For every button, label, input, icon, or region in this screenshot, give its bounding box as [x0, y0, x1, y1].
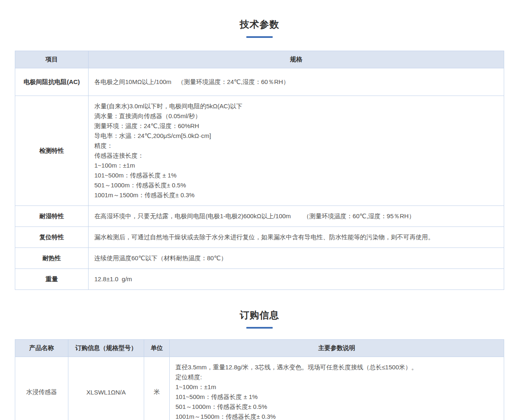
column-header-unit: 单位 — [144, 340, 170, 357]
table-row-detection: 检测特性 水量(自来水)3.0ml以下时，电极间电阻的5kΩ(AC)以下 滴水量… — [15, 96, 504, 206]
spec-line: 1~100m：±1m — [175, 382, 498, 392]
spec-line: 1~100m：±1m — [94, 161, 498, 170]
main-params-desc: 直径3.5mm，重量12.8g/米，3芯线，遇水变色。现场可任意长度接线（总长≤… — [170, 357, 504, 420]
spec-line: 1001m～1500m：传感器长度± 0.3% — [175, 412, 498, 420]
unit-value: 米 — [144, 357, 170, 420]
spec-line: 定位精度: — [175, 372, 498, 382]
column-header-model: 订购信息（规格型号） — [68, 340, 144, 357]
spec-line: 测量环境：温度：24℃,湿度：60%RH — [94, 121, 498, 131]
spec-line: 101~500m：传感器长度 ± 1% — [175, 392, 498, 402]
model-number: XLSWL1ΩN/A — [68, 357, 144, 420]
item-label: 耐湿特性 — [15, 206, 89, 227]
spec-line: 精度： — [94, 141, 498, 151]
spec-line: 501～1000m：传感器长度± 0.5% — [94, 180, 498, 190]
spec-line: 在高湿环境中，只要无结露，电极间电阻(电极1-电极2)600kΩ以上/100m … — [94, 211, 498, 221]
order-info-table: 产品名称 订购信息（规格型号） 单位 主要参数说明 水浸传感器 XLSWL1ΩN… — [15, 339, 504, 420]
spec-line: 1001m～1500m：传感器长度± 0.3% — [94, 190, 498, 200]
table-row-reset: 复位特性 漏水检测后，可通过自然地干燥状或去除于水分来进行复位，如果漏水中含有导… — [15, 227, 504, 248]
spec-value: 漏水检测后，可通过自然地干燥状或去除于水分来进行复位，如果漏水中含有导电性、防水… — [89, 227, 504, 248]
spec-line: 漏水检测后，可通过自然地干燥状或去除于水分来进行复位，如果漏水中含有导电性、防水… — [94, 232, 498, 242]
product-name: 水浸传感器 — [15, 357, 68, 420]
item-label: 重量 — [15, 269, 89, 290]
section-title-tech: 技术参数 — [15, 0, 504, 31]
item-label: 复位特性 — [15, 227, 89, 248]
product-spec-page: 技术参数 项目 规格 电极间阻抗电阻(AC) 各电极之间10MΩ以上/100m … — [0, 0, 519, 420]
column-header-spec: 规格 — [89, 51, 504, 68]
spec-value: 12.8±1.0 g/m — [89, 269, 504, 290]
spec-line: 各电极之间10MΩ以上/100m （测量环境温度：24℃,湿度：60％RH） — [94, 77, 498, 87]
spec-line: 滴水量：直接滴向传感器（0.05ml/秒） — [94, 111, 498, 121]
spec-line: 导电率：水温：24℃,200μS/cm[5.0kΩ·cm] — [94, 131, 498, 141]
order-info-section: 订购信息 产品名称 订购信息（规格型号） 单位 主要参数说明 水浸传 — [15, 290, 504, 420]
spec-line: 12.8±1.0 g/m — [94, 274, 498, 284]
spec-value: 水量(自来水)3.0ml以下时，电极间电阻的5kΩ(AC)以下 滴水量：直接滴向… — [89, 96, 504, 206]
item-label: 检测特性 — [15, 96, 89, 206]
column-header-item: 项目 — [15, 51, 89, 68]
table-row-electrode-resistance: 电极间阻抗电阻(AC) 各电极之间10MΩ以上/100m （测量环境温度：24℃… — [15, 68, 504, 96]
title-underline-accent — [246, 36, 273, 38]
spec-value: 在高湿环境中，只要无结露，电极间电阻(电极1-电极2)600kΩ以上/100m … — [89, 206, 504, 227]
spec-line: 连续使用温度60℃以下（材料耐热温度：80℃） — [94, 253, 498, 263]
table-row-heat-resistance: 耐热性 连续使用温度60℃以下（材料耐热温度：80℃） — [15, 248, 504, 269]
column-header-product: 产品名称 — [15, 340, 68, 357]
spec-line: 501～1000m：传感器长度± 0.5% — [175, 402, 498, 412]
tech-section-header: 技术参数 — [15, 0, 504, 38]
table-row-weight: 重量 12.8±1.0 g/m — [15, 269, 504, 290]
spec-line: 101~500m：传感器长度 ± 1% — [94, 170, 498, 180]
order-table-header-row: 产品名称 订购信息（规格型号） 单位 主要参数说明 — [15, 340, 504, 357]
spec-value: 各电极之间10MΩ以上/100m （测量环境温度：24℃,湿度：60％RH） — [89, 68, 504, 96]
title-underline-accent — [246, 327, 273, 329]
table-row-water-sensor: 水浸传感器 XLSWL1ΩN/A 米 直径3.5mm，重量12.8g/米，3芯线… — [15, 357, 504, 420]
item-label: 耐热性 — [15, 248, 89, 269]
tech-params-table: 项目 规格 电极间阻抗电阻(AC) 各电极之间10MΩ以上/100m （测量环境… — [15, 51, 504, 290]
spec-value: 连续使用温度60℃以下（材料耐热温度：80℃） — [89, 248, 504, 269]
column-header-desc: 主要参数说明 — [170, 340, 504, 357]
item-label: 电极间阻抗电阻(AC) — [15, 68, 89, 96]
spec-line: 水量(自来水)3.0ml以下时，电极间电阻的5kΩ(AC)以下 — [94, 101, 498, 111]
spec-line: 传感器连接长度： — [94, 151, 498, 161]
section-title-order: 订购信息 — [15, 290, 504, 322]
order-section-header: 订购信息 — [15, 290, 504, 329]
tech-table-header-row: 项目 规格 — [15, 51, 504, 68]
tech-params-section: 技术参数 项目 规格 电极间阻抗电阻(AC) 各电极之间10MΩ以上/100m … — [15, 0, 504, 290]
spec-line: 直径3.5mm，重量12.8g/米，3芯线，遇水变色。现场可任意长度接线（总长≤… — [175, 362, 498, 372]
table-row-humidity-resistance: 耐湿特性 在高湿环境中，只要无结露，电极间电阻(电极1-电极2)600kΩ以上/… — [15, 206, 504, 227]
